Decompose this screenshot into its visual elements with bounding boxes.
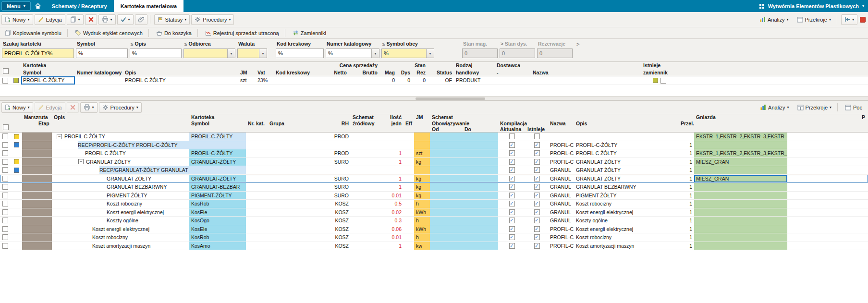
- row-checkbox[interactable]: [2, 193, 8, 198]
- compilation-istnieje-checkbox[interactable]: ✓: [534, 167, 540, 173]
- row-checkbox[interactable]: [2, 159, 8, 165]
- cell-opis2[interactable]: PROFIL-C-ŻÓŁTY: [574, 141, 679, 149]
- cell-dost[interactable]: [495, 76, 531, 85]
- col-header-dost[interactable]: Dostawca: [495, 62, 641, 69]
- cell-do[interactable]: [463, 242, 498, 250]
- add-to-basket-button[interactable]: Do koszyka: [153, 28, 195, 38]
- cell-do[interactable]: [463, 133, 498, 141]
- cell-nazwa[interactable]: PROFIL-C: [548, 242, 574, 250]
- cell-nazwa[interactable]: GRANUL: [548, 175, 574, 183]
- cell-chk1[interactable]: ✓: [498, 242, 526, 250]
- cell-rh[interactable]: KOSZ: [313, 225, 351, 233]
- cell-ilosc[interactable]: 1: [381, 149, 403, 158]
- cell-nrkat[interactable]: [246, 242, 268, 250]
- col-header-m2[interactable]: Etap: [37, 121, 52, 127]
- row-checkbox[interactable]: [2, 142, 8, 148]
- filter-input-1[interactable]: [76, 48, 128, 58]
- compilation-aktualna-checkbox[interactable]: ✓: [509, 176, 515, 182]
- cell-ilosc[interactable]: [381, 166, 403, 174]
- cell-rez[interactable]: 0: [412, 76, 428, 85]
- cell-od[interactable]: [430, 200, 463, 208]
- compilation-aktualna-checkbox[interactable]: ✓: [509, 226, 515, 232]
- cell-eff[interactable]: [403, 133, 414, 141]
- row-checkbox[interactable]: [2, 234, 8, 240]
- cell-m1[interactable]: [22, 225, 37, 233]
- cell-do[interactable]: [463, 225, 498, 233]
- cell-nazwa[interactable]: GRANUL: [548, 200, 574, 208]
- tree-collapse-icon[interactable]: −: [78, 159, 84, 164]
- cell-opis[interactable]: RECP/GRANULAT-ŻÓŁTY GRANULAT ŻÓ: [52, 166, 189, 174]
- cell-chk1[interactable]: ✓: [498, 175, 526, 183]
- col-header-symbol[interactable]: Kartoteka: [21, 62, 238, 69]
- cell-grupa[interactable]: [268, 141, 313, 149]
- detail-sections-button[interactable]: Przekroje ▾: [794, 102, 835, 113]
- cell-status[interactable]: OF: [428, 76, 454, 85]
- cell-od[interactable]: [430, 233, 463, 242]
- cell-eff[interactable]: [403, 166, 414, 174]
- col-header-nrkat[interactable]: Numer katalogowy: [75, 69, 123, 76]
- cell-do[interactable]: [463, 192, 498, 200]
- cell-m2[interactable]: [37, 242, 52, 250]
- schema-row[interactable]: Koszty ogólneKosOgoKOSZ0.3h✓✓GRANULKoszt…: [0, 217, 868, 225]
- cell-nrkat[interactable]: [246, 141, 268, 149]
- col-header-status[interactable]: Status: [428, 69, 454, 76]
- copy-symbol-button[interactable]: Kopiowanie symbolu: [1, 28, 65, 38]
- col-header-netto[interactable]: Netto: [318, 69, 349, 76]
- select-all-checkbox[interactable]: [3, 68, 9, 74]
- col-header-rez[interactable]: Rez: [412, 69, 428, 76]
- cell-jm[interactable]: szt: [238, 76, 256, 85]
- chevron-down-icon[interactable]: ▼: [371, 49, 379, 58]
- cell-przel[interactable]: 1: [679, 233, 694, 242]
- cell-m1[interactable]: [22, 208, 37, 217]
- cell-zam[interactable]: [641, 76, 677, 85]
- cell-zrod[interactable]: [351, 183, 381, 191]
- cell-symbol[interactable]: KosRob: [189, 233, 246, 242]
- cell-opis2[interactable]: GRANULAT BEZBARWNY: [574, 183, 679, 191]
- cell-opis2[interactable]: Koszty ogólne: [574, 217, 679, 225]
- cell-sel[interactable]: [0, 183, 11, 191]
- cell-zrod[interactable]: [351, 192, 381, 200]
- cell-gniazda[interactable]: [694, 166, 787, 174]
- cell-zrod[interactable]: [351, 166, 381, 174]
- tab-schematy-receptury[interactable]: Schematy / Receptury: [45, 0, 114, 12]
- col-header-od[interactable]: Obowiązywanie: [430, 121, 498, 127]
- col-header-kod[interactable]: Kod kreskowy: [274, 69, 318, 76]
- filter-operator-icon[interactable]: >: [576, 41, 579, 47]
- col-header-mag[interactable]: Stan: [379, 62, 428, 69]
- row-checkbox[interactable]: [2, 201, 8, 206]
- h-scrollbar-thumb[interactable]: [416, 97, 485, 100]
- cell-rh[interactable]: SURO: [313, 175, 351, 183]
- cell-chip[interactable]: [11, 225, 22, 233]
- cell-przel[interactable]: 1: [679, 166, 694, 174]
- cell-opis[interactable]: GRANULAT ŻÓŁTY: [52, 175, 189, 183]
- cell-chk2[interactable]: ✓: [526, 225, 548, 233]
- detail-analyses-button[interactable]: Analizy ▾: [757, 102, 792, 113]
- cell-opis[interactable]: Koszt robocizny: [52, 233, 189, 242]
- cell-chk1[interactable]: ✓: [498, 166, 526, 174]
- cell-chip[interactable]: [11, 242, 22, 250]
- cell-grupa[interactable]: [268, 200, 313, 208]
- cell-opis2[interactable]: PIGMENT ŻÓŁTY: [574, 192, 679, 200]
- schema-row[interactable]: Koszt energii elektrycznejKosEleKOSZ0.02…: [0, 208, 868, 217]
- cell-gniazda[interactable]: [694, 217, 787, 225]
- cell-gniazda[interactable]: EKSTR_1,EKSTR_2,EKSTR_3,EKSTR_4,F: [694, 133, 787, 141]
- cell-rh[interactable]: KOSZ: [313, 208, 351, 217]
- compilation-istnieje-checkbox[interactable]: ✓: [534, 234, 540, 240]
- cell-chk2[interactable]: ✓: [526, 149, 548, 158]
- cell-symbol[interactable]: KosEle: [189, 208, 246, 217]
- cell-od[interactable]: [430, 208, 463, 217]
- cell-zrod[interactable]: [351, 158, 381, 166]
- cell-do[interactable]: [463, 217, 498, 225]
- tab-kartoteka-materialowa[interactable]: Kartoteka materiałowa: [114, 0, 183, 12]
- compilation-istnieje-checkbox[interactable]: ✓: [534, 184, 540, 190]
- col-header-opis[interactable]: Opis: [52, 114, 189, 121]
- cell-rh[interactable]: KOSZ: [313, 233, 351, 242]
- row-checkbox[interactable]: [2, 218, 8, 223]
- row-checkbox[interactable]: [2, 184, 8, 190]
- row-checkbox[interactable]: [2, 176, 8, 182]
- cell-do[interactable]: [463, 158, 498, 166]
- cell-m2[interactable]: [37, 133, 52, 141]
- cell-chk2[interactable]: ✓: [526, 158, 548, 166]
- filter-operator-icon[interactable]: ≤: [131, 41, 134, 47]
- cell-chk1[interactable]: ✓: [498, 183, 526, 191]
